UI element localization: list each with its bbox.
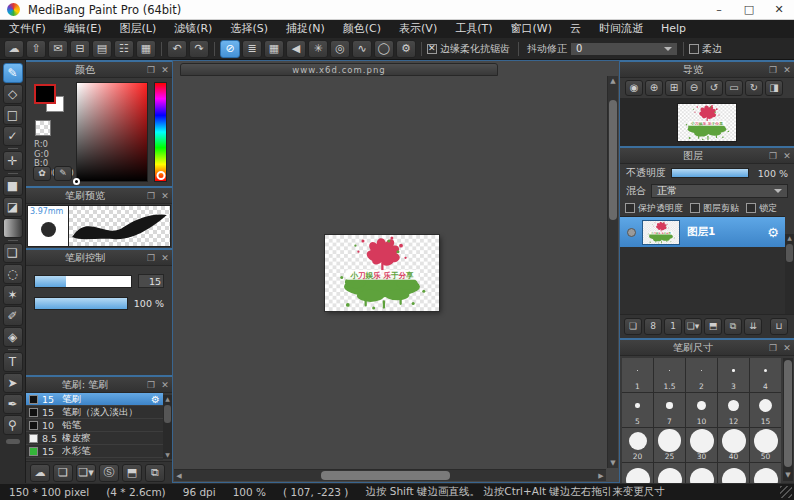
close-icon[interactable]: ✕ (158, 191, 172, 201)
brush-size-cell-7[interactable]: 7 (654, 393, 685, 427)
add-brush-menu-icon[interactable]: ❏▾ (76, 464, 96, 482)
scroll-thumb[interactable] (786, 244, 793, 262)
snap-radial-icon[interactable]: ✳ (308, 40, 328, 58)
fill-rect-tool[interactable]: ■ (3, 176, 23, 196)
maximize-button[interactable]: □ (734, 0, 764, 19)
popout-icon[interactable]: ❐ (766, 151, 780, 161)
eyedropper-tool[interactable]: ⚲ (3, 415, 23, 435)
add-layer-icon[interactable]: ❏ (624, 318, 642, 335)
slider-track[interactable] (34, 275, 132, 288)
popout-icon[interactable]: ❐ (144, 191, 158, 201)
snap-off-icon[interactable]: ⊘ (220, 40, 240, 58)
add-brush-icon[interactable]: ❏ (53, 464, 73, 482)
flip-icon[interactable]: ◨ (765, 80, 783, 96)
scroll-thumb[interactable] (784, 360, 792, 467)
scroll-left-icon[interactable]: ◀ (174, 470, 184, 482)
menu-item-6[interactable]: 颜色(C) (334, 20, 390, 38)
memo-icon[interactable]: ⊟ (70, 40, 90, 58)
layer-item[interactable]: 小刀娱乐 乐于分享图层1⚙ (620, 217, 785, 247)
canvas-hscrollbar[interactable]: ◀ ▶ (174, 469, 606, 481)
slider-track[interactable] (34, 297, 128, 310)
close-icon[interactable]: ✕ (158, 65, 172, 75)
brush-size-cell-1[interactable]: 1 (622, 358, 653, 392)
scroll-down-icon[interactable]: ▼ (783, 471, 793, 479)
menu-item-8[interactable]: 工具(T) (446, 20, 501, 38)
brush-item[interactable]: 15笔刷（淡入淡出） (26, 406, 163, 419)
select-rect-tool[interactable]: ❑ (3, 243, 23, 263)
material-icon[interactable]: ☷ (114, 40, 134, 58)
menu-item-11[interactable]: 时间流逝 (590, 20, 652, 38)
navigator-thumbnail[interactable]: 小刀娱乐 乐于分享 (678, 104, 736, 141)
brush-size-scrollbar[interactable]: ▼ (783, 358, 793, 481)
zoom-out-icon[interactable]: ⊖ (685, 80, 703, 96)
scroll-up-icon[interactable]: ▲ (165, 395, 170, 402)
move-tool[interactable]: ✛ (3, 151, 23, 171)
rotate-cw-icon[interactable]: ↻ (745, 80, 763, 96)
duplicate-layer-icon[interactable]: ⧉ (724, 318, 742, 335)
palette-grid-icon[interactable]: ▦ (136, 40, 156, 58)
color-edit-icon[interactable]: ✎ (54, 166, 72, 181)
select-eraser-tool[interactable]: ◈ (3, 327, 23, 347)
brush-size-cell-20[interactable]: 20 (622, 428, 653, 462)
antialias-checkbox[interactable] (427, 44, 437, 54)
duplicate-brush-icon[interactable]: ⧉ (145, 464, 165, 482)
lasso-tool[interactable]: ◌ (3, 264, 23, 284)
foreground-color-swatch[interactable] (34, 84, 56, 104)
snap-curve-icon[interactable]: ∿ (352, 40, 372, 58)
menu-item-10[interactable]: 云 (561, 20, 590, 38)
popout-icon[interactable]: ❐ (144, 380, 158, 390)
add-1bit-layer-icon[interactable]: 1 (664, 318, 682, 335)
layer-opacity-slider[interactable] (671, 168, 749, 178)
comment-icon[interactable]: ✉ (48, 40, 68, 58)
menu-item-7[interactable]: 表示(V) (390, 20, 446, 38)
add-8bit-layer-icon[interactable]: 8 (644, 318, 662, 335)
redo-icon[interactable]: ↷ (189, 40, 209, 58)
brush-size-cell-5[interactable]: 5 (622, 393, 653, 427)
zoom-fit-icon[interactable]: ⊞ (665, 80, 683, 96)
popout-icon[interactable]: ❐ (766, 65, 780, 75)
brush-settings-icon[interactable]: ⚙ (151, 394, 160, 405)
script-brush-icon[interactable]: Ⓢ (99, 464, 119, 482)
brush-item[interactable]: 8.5橡皮擦 (26, 432, 163, 445)
layer-option-checkbox-2[interactable] (746, 203, 756, 213)
resize-grip[interactable] (780, 486, 792, 498)
gradient-tool[interactable] (3, 218, 23, 238)
brush-size-cell-15[interactable]: 15 (750, 393, 781, 427)
brush-size-cell-30[interactable]: 30 (686, 428, 717, 462)
brush-opacity-slider[interactable]: 100 % (34, 297, 164, 310)
scroll-down-icon[interactable]: ▼ (608, 458, 618, 468)
delete-layer-icon[interactable]: ⊔ (770, 318, 788, 335)
brush-size-cell-4[interactable]: 4 (750, 358, 781, 392)
menu-item-2[interactable]: 图层(L) (110, 20, 165, 38)
soft-edge-checkbox[interactable] (689, 44, 699, 54)
merge-layer-icon[interactable]: ⇊ (744, 318, 762, 335)
brush-size-cell-3[interactable]: 3 (718, 358, 749, 392)
close-icon[interactable]: ✕ (158, 253, 172, 263)
layer-settings-icon[interactable]: ⚙ (767, 225, 779, 240)
eraser-tool[interactable]: ◇ (3, 84, 23, 104)
brush-list-scrollbar[interactable]: ▲▼ (163, 395, 172, 459)
close-icon[interactable]: ✕ (158, 380, 172, 390)
publish-icon[interactable]: ⇧ (26, 40, 46, 58)
brush-size-cell-12[interactable]: 12 (718, 393, 749, 427)
brush-size-cell-10[interactable]: 10 (686, 393, 717, 427)
snap-concentric-icon[interactable]: ◎ (330, 40, 350, 58)
layer-folder-icon[interactable]: ⬒ (704, 318, 722, 335)
menu-item-5[interactable]: 捕捉(N) (277, 20, 334, 38)
brush-folder-icon[interactable]: ⬒ (122, 464, 142, 482)
tools-scroll-handle[interactable] (6, 439, 20, 444)
canvas-artwork[interactable]: 小刀娱乐 乐于分享 (325, 235, 439, 311)
brush-item[interactable]: 15笔刷⚙ (26, 393, 163, 406)
layer-visibility-toggle[interactable] (627, 228, 636, 237)
brush-size-cell-large[interactable] (622, 463, 653, 483)
snap-settings-icon[interactable]: ⚙ (396, 40, 416, 58)
scroll-right-icon[interactable]: ▶ (596, 470, 606, 482)
select-pen-tool[interactable]: ✐ (3, 306, 23, 326)
jitter-dropdown[interactable]: 0 (570, 42, 678, 56)
brush-size-cell-25[interactable]: 25 (654, 428, 685, 462)
close-icon[interactable]: ✕ (780, 65, 794, 75)
magic-wand-tool[interactable]: ✶ (3, 285, 23, 305)
canvas-vscrollbar[interactable]: ▲ ▼ (607, 76, 618, 468)
popout-icon[interactable]: ❐ (144, 65, 158, 75)
scroll-down-icon[interactable]: ▼ (163, 451, 172, 459)
